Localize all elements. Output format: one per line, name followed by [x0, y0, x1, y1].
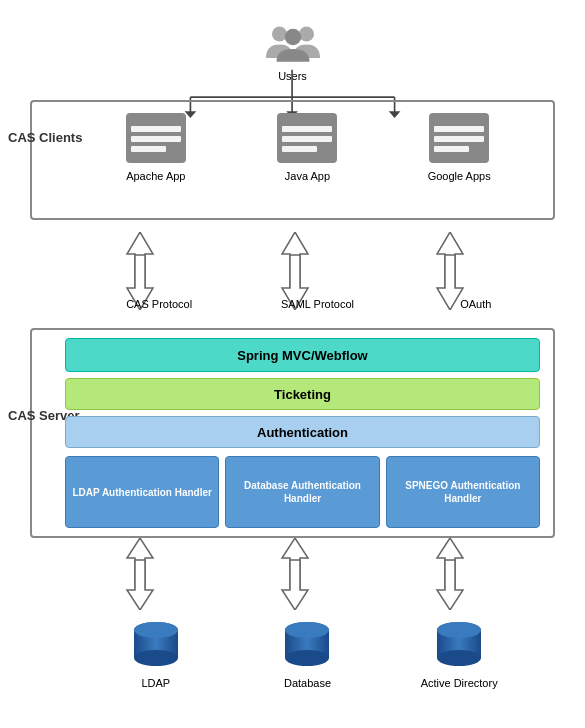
activedir-db-item: Active Directory: [419, 618, 499, 689]
svg-rect-17: [282, 136, 332, 142]
svg-point-45: [134, 622, 178, 638]
spring-mvc-label: Spring MVC/Webflow: [237, 348, 367, 363]
bottom-arrows-svg: [80, 538, 555, 610]
svg-rect-18: [282, 146, 317, 152]
authentication-label: Authentication: [257, 425, 348, 440]
ldap-db-label: LDAP: [141, 677, 170, 689]
google-app-label: Google Apps: [428, 170, 491, 182]
authentication-box: Authentication: [65, 416, 540, 448]
spring-mvc-box: Spring MVC/Webflow: [65, 338, 540, 372]
ldap-db-icon: [126, 618, 186, 673]
java-app-label: Java App: [285, 170, 330, 182]
db-row: LDAP Database: [80, 618, 535, 689]
svg-marker-37: [127, 560, 153, 610]
ldap-db-item: LDAP: [116, 618, 196, 689]
svg-point-52: [437, 650, 481, 666]
svg-rect-20: [434, 126, 484, 132]
svg-marker-36: [127, 538, 153, 588]
svg-marker-30: [127, 232, 153, 287]
svg-marker-40: [437, 538, 463, 588]
svg-marker-39: [282, 560, 308, 610]
svg-marker-38: [282, 538, 308, 588]
app-icons-row: Apache App Java App Google Apps: [80, 108, 535, 182]
svg-point-44: [134, 650, 178, 666]
svg-point-1: [299, 27, 314, 42]
google-app-item: Google Apps: [419, 108, 499, 182]
svg-point-2: [284, 29, 301, 46]
cas-clients-label: CAS Clients: [8, 130, 82, 145]
cas-protocol-text: CAS Protocol: [119, 298, 199, 310]
java-app-item: Java App: [267, 108, 347, 182]
google-app-icon: [424, 108, 494, 168]
svg-rect-13: [131, 136, 181, 142]
svg-point-48: [285, 650, 329, 666]
users-icon: [263, 18, 323, 68]
apache-app-icon: [121, 108, 191, 168]
ldap-handler-box: LDAP Authentication Handler: [65, 456, 219, 528]
oauth-protocol-text: OAuth: [436, 298, 516, 310]
svg-rect-21: [434, 136, 484, 142]
handlers-row: LDAP Authentication Handler Database Aut…: [65, 456, 540, 528]
users-area: Users: [263, 18, 323, 82]
users-label: Users: [278, 70, 307, 82]
activedir-db-label: Active Directory: [421, 677, 498, 689]
diagram: Users CAS Clients Apache App: [0, 0, 585, 728]
protocol-labels-row: CAS Protocol SAML Protocol OAuth: [80, 298, 555, 310]
svg-point-0: [272, 27, 287, 42]
svg-marker-41: [437, 560, 463, 610]
svg-rect-22: [434, 146, 469, 152]
svg-marker-34: [437, 232, 463, 287]
ticketing-box: Ticketing: [65, 378, 540, 410]
database-db-icon: [277, 618, 337, 673]
svg-rect-16: [282, 126, 332, 132]
svg-marker-32: [282, 232, 308, 287]
svg-point-53: [437, 622, 481, 638]
svg-rect-12: [131, 126, 181, 132]
saml-protocol-text: SAML Protocol: [277, 298, 357, 310]
ticketing-label: Ticketing: [274, 387, 331, 402]
database-db-label: Database: [284, 677, 331, 689]
spnego-handler-box: SPNEGO Authentication Handler: [386, 456, 540, 528]
svg-point-49: [285, 622, 329, 638]
database-handler-box: Database Authentication Handler: [225, 456, 379, 528]
database-db-item: Database: [267, 618, 347, 689]
activedir-db-icon: [429, 618, 489, 673]
apache-app-item: Apache App: [116, 108, 196, 182]
java-app-icon: [272, 108, 342, 168]
apache-app-label: Apache App: [126, 170, 185, 182]
svg-rect-14: [131, 146, 166, 152]
